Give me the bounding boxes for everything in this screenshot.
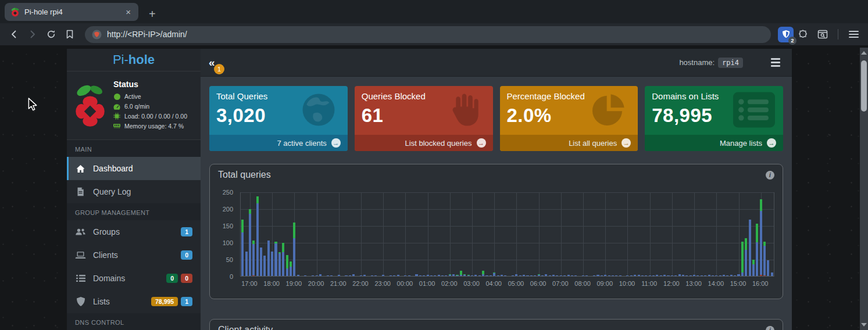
query-bar[interactable] [737, 274, 740, 276]
query-bar[interactable] [245, 252, 248, 276]
query-bar[interactable] [467, 275, 470, 276]
query-bar[interactable] [667, 275, 669, 276]
query-bar[interactable] [374, 275, 377, 276]
query-bar[interactable] [523, 275, 525, 276]
query-bar[interactable] [474, 275, 477, 276]
sidebar-item-domains[interactable]: Domains00 [67, 267, 201, 290]
query-bar[interactable] [430, 275, 433, 276]
query-bar[interactable] [745, 238, 747, 276]
query-bar[interactable] [682, 275, 684, 276]
query-bar[interactable] [490, 275, 492, 276]
query-bar[interactable] [538, 274, 540, 276]
query-bar[interactable] [286, 255, 288, 276]
query-bar[interactable] [593, 275, 595, 276]
query-bar[interactable] [393, 275, 395, 276]
query-bar[interactable] [760, 199, 762, 276]
query-bar[interactable] [271, 252, 273, 276]
scroll-down-arrow[interactable] [860, 321, 868, 329]
query-bar[interactable] [441, 275, 444, 276]
query-bar[interactable] [260, 248, 262, 276]
browser-menu-icon[interactable] [845, 27, 862, 41]
query-bar[interactable] [696, 275, 699, 276]
query-bar[interactable] [585, 275, 588, 276]
browser-tab[interactable]: Pi-hole rpi4 × [5, 3, 138, 21]
reload-icon[interactable] [43, 26, 59, 42]
query-bar[interactable] [704, 275, 706, 276]
query-bar[interactable] [763, 242, 766, 276]
bookmark-icon[interactable] [62, 26, 78, 42]
query-bar[interactable] [652, 275, 655, 276]
app-menu-icon[interactable] [767, 53, 784, 71]
query-bar[interactable] [630, 275, 633, 276]
query-bar[interactable] [712, 275, 714, 276]
card-footer-link[interactable]: 7 active clients→ [209, 135, 348, 151]
sidebar-item-dashboard[interactable]: Dashboard [67, 157, 201, 180]
query-bar[interactable] [749, 220, 751, 276]
query-bar[interactable] [567, 275, 570, 276]
query-bar[interactable] [493, 272, 495, 276]
query-bar[interactable] [530, 275, 533, 276]
query-bar[interactable] [534, 275, 536, 276]
query-bar[interactable] [345, 275, 347, 276]
info-icon[interactable]: i [766, 326, 774, 330]
query-bar[interactable] [304, 275, 306, 276]
query-bar[interactable] [515, 274, 517, 276]
query-bar[interactable] [478, 275, 481, 276]
query-bar[interactable] [663, 275, 666, 276]
query-bar[interactable] [316, 275, 318, 276]
query-bar[interactable] [463, 274, 466, 276]
query-bar[interactable] [693, 275, 695, 276]
query-bar[interactable] [541, 275, 544, 276]
query-bar[interactable] [382, 275, 384, 276]
query-bar[interactable] [708, 275, 710, 276]
tab-close-icon[interactable]: × [124, 7, 133, 17]
query-bar[interactable] [278, 252, 281, 276]
page-search-icon[interactable] [815, 26, 831, 42]
query-bar[interactable] [719, 275, 721, 276]
query-bar[interactable] [497, 275, 499, 276]
query-bar[interactable] [730, 275, 733, 276]
query-bar[interactable] [752, 260, 755, 276]
query-bar[interactable] [645, 275, 647, 276]
query-bar[interactable] [612, 275, 614, 276]
query-bar[interactable] [656, 275, 658, 276]
query-bar[interactable] [363, 275, 366, 276]
page-scrollbar[interactable] [860, 48, 868, 330]
query-bar[interactable] [256, 196, 259, 276]
query-bar[interactable] [419, 275, 422, 276]
query-bar[interactable] [282, 243, 284, 276]
query-bar[interactable] [297, 275, 299, 276]
query-bar[interactable] [471, 275, 473, 276]
query-bar[interactable] [263, 256, 266, 276]
info-icon[interactable]: i [766, 171, 774, 180]
url-bar[interactable]: http://<RPi-IP>/admin/ [85, 26, 771, 43]
query-bar[interactable] [649, 275, 651, 276]
query-bar[interactable] [545, 274, 547, 276]
query-bar[interactable] [671, 275, 673, 276]
new-tab-button[interactable]: + [149, 8, 156, 20]
query-bar[interactable] [485, 275, 488, 276]
query-bar[interactable] [685, 275, 688, 276]
query-bar[interactable] [638, 275, 640, 276]
site-shield-icon[interactable] [92, 30, 102, 40]
card-footer-link[interactable]: Manage lists→ [645, 135, 783, 151]
scrollbar-thumb[interactable] [861, 60, 867, 112]
query-bar[interactable] [408, 275, 410, 276]
query-bar[interactable] [445, 275, 447, 276]
query-bar[interactable] [349, 275, 351, 276]
scroll-up-arrow[interactable] [860, 49, 868, 57]
query-bar[interactable] [338, 275, 340, 276]
query-bar[interactable] [552, 275, 555, 276]
query-bar[interactable] [771, 272, 773, 276]
query-bar[interactable] [504, 275, 506, 276]
query-bar[interactable] [434, 275, 436, 276]
query-bar[interactable] [482, 271, 484, 276]
query-bar[interactable] [526, 275, 528, 276]
query-bar[interactable] [415, 274, 417, 276]
sidebar-item-groups[interactable]: Groups1 [67, 220, 201, 243]
query-bar[interactable] [390, 275, 392, 276]
query-bar[interactable] [660, 275, 662, 276]
query-bar[interactable] [460, 271, 462, 276]
query-bar[interactable] [423, 275, 425, 276]
query-bar[interactable] [241, 220, 244, 276]
